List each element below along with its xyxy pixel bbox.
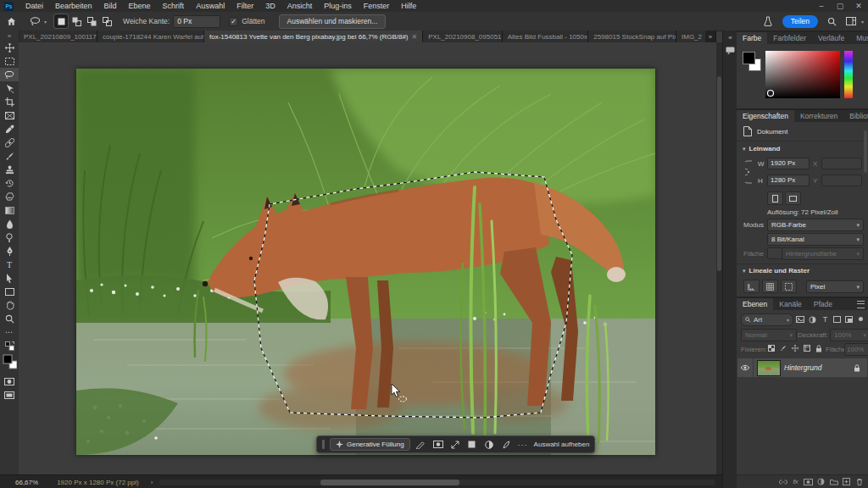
new-layer-icon[interactable] (841, 477, 852, 487)
selection-mode-intersect[interactable] (100, 14, 114, 28)
menu-datei[interactable]: Datei (19, 0, 49, 12)
tool-pen[interactable] (0, 244, 19, 258)
search-icon[interactable] (825, 14, 840, 28)
add-mask-footer-icon[interactable] (803, 477, 814, 487)
tool-dodge[interactable] (0, 230, 19, 244)
tab-farbfelder[interactable]: Farbfelder (767, 32, 812, 44)
selection-mode-subtract[interactable] (85, 14, 98, 28)
document-canvas[interactable] (76, 69, 655, 455)
toolbar-ellipsis-icon[interactable]: ⋯ (0, 325, 19, 339)
units-select[interactable]: Pixel▾ (806, 280, 864, 293)
height-input[interactable]: 1280 Px (767, 175, 810, 186)
feather-input[interactable]: 0 Px (173, 15, 220, 28)
menu-bild[interactable]: Bild (98, 0, 123, 12)
filter-adjustment-layers-icon[interactable] (807, 314, 818, 324)
doc-tab-4[interactable]: PXL_20210908_095051314.jpg ✕ (423, 30, 502, 42)
tool-clone-stamp[interactable] (0, 163, 19, 176)
hue-slider[interactable] (844, 51, 853, 98)
lock-transparency-icon[interactable] (765, 343, 776, 353)
menu-plugins[interactable]: Plug-ins (318, 0, 358, 12)
filter-pixel-layers-icon[interactable] (794, 314, 805, 324)
lock-pixels-icon[interactable] (777, 343, 788, 353)
color-mode-select[interactable]: RGB-Farbe▾ (767, 219, 864, 231)
minimize-button[interactable]: – (812, 0, 831, 12)
tab-ebenen[interactable]: Ebenen (737, 298, 773, 310)
foreground-color-swatch[interactable] (743, 53, 754, 64)
workspace-caret-icon[interactable]: ▾ (861, 19, 864, 25)
tool-type[interactable]: T (0, 258, 19, 271)
doc-tab-1[interactable]: PXL_20210809_100117327.jpg ✕ (19, 30, 97, 42)
link-layers-icon[interactable] (777, 477, 788, 487)
new-adjustment-layer-icon[interactable] (815, 477, 826, 487)
transform-selection-icon[interactable] (449, 439, 461, 450)
guides-toggle-icon[interactable] (781, 280, 797, 293)
tab-kanaele[interactable]: Kanäle (773, 298, 807, 310)
feather-selection-icon[interactable] (500, 439, 512, 450)
expand-panels-icon[interactable]: « (723, 30, 737, 44)
bit-depth-select[interactable]: 8 Bit/Kanal▾ (767, 233, 864, 246)
tool-move[interactable] (0, 41, 19, 54)
taskbar-drag-handle[interactable] (322, 440, 325, 449)
menu-auswahl[interactable]: Auswahl (190, 0, 231, 12)
add-mask-icon[interactable] (432, 439, 444, 450)
y-input[interactable] (821, 175, 862, 186)
workspace-switcher-icon[interactable] (843, 14, 859, 28)
tab-muster[interactable]: Muster (850, 32, 868, 44)
orientation-landscape-button[interactable] (785, 191, 801, 205)
doc-tab-active-fox[interactable]: fox-1540813 Yvette van den Berg pixabay.… (204, 30, 423, 42)
tool-brush[interactable] (0, 149, 19, 163)
default-colors-icon[interactable] (0, 339, 19, 352)
blend-mode-select[interactable]: Normal▾ (741, 329, 797, 341)
orientation-portrait-button[interactable] (767, 191, 783, 205)
lasso-tool-preset-icon[interactable] (27, 14, 42, 28)
menu-filter[interactable]: Filter (231, 0, 259, 12)
menu-schrift[interactable]: Schrift (157, 0, 191, 12)
color-saturation-field[interactable] (765, 51, 840, 98)
menu-3d[interactable]: 3D (259, 0, 281, 12)
new-group-icon[interactable] (828, 477, 839, 487)
layers-panel-menu-icon[interactable] (857, 301, 865, 308)
modify-selection-icon[interactable] (415, 439, 427, 450)
tool-gradient[interactable] (0, 203, 19, 217)
x-input[interactable] (821, 158, 862, 169)
toolbar-collapse-icon[interactable]: » (0, 30, 19, 41)
properties-scrollbar[interactable] (864, 130, 867, 173)
tool-preset-caret-icon[interactable]: ▾ (44, 19, 47, 25)
link-dimensions-icon[interactable] (745, 159, 754, 185)
opacity-select[interactable]: 100%▾ (830, 329, 868, 341)
fill-selection-icon[interactable] (466, 439, 478, 450)
lock-all-icon[interactable] (813, 343, 824, 353)
menu-fenster[interactable]: Fenster (358, 0, 396, 12)
tool-zoom[interactable] (0, 312, 19, 325)
tool-path-selection[interactable] (0, 271, 19, 285)
canvas-horizontal-scrollbar[interactable] (159, 480, 715, 485)
canvas-fill-swatch[interactable] (767, 247, 782, 259)
status-expand-icon[interactable]: › (151, 479, 153, 486)
layer-row-hintergrund[interactable]: Hintergrund (737, 358, 867, 377)
layer-effects-icon[interactable]: fx (790, 477, 801, 487)
maximize-button[interactable]: ▢ (831, 0, 849, 12)
tab-bibliotheken[interactable]: Bibliotheken (843, 110, 868, 122)
screen-mode-icon[interactable] (0, 388, 19, 402)
filter-shape-layers-icon[interactable] (832, 314, 843, 324)
delete-layer-icon[interactable] (854, 477, 865, 487)
tab-eigenschaften[interactable]: Eigenschaften (737, 110, 794, 122)
layer-filter-toggle[interactable] (859, 317, 863, 321)
generative-fill-button[interactable]: Generative Füllung (330, 438, 410, 451)
tab-farbe[interactable]: Farbe (737, 32, 767, 44)
filter-smart-object-icon[interactable] (843, 314, 854, 324)
grid-toggle-icon[interactable] (762, 280, 778, 293)
menu-bearbeiten[interactable]: Bearbeiten (49, 0, 98, 12)
layer-thumbnail[interactable] (758, 361, 780, 375)
close-button[interactable]: ✕ (849, 0, 868, 12)
canvas-vertical-scrollbar[interactable] (716, 42, 722, 474)
menu-hilfe[interactable]: Hilfe (395, 0, 422, 12)
tool-healing-brush[interactable] (0, 136, 19, 149)
tool-marquee[interactable] (0, 54, 19, 68)
invert-selection-icon[interactable] (483, 439, 495, 450)
tool-eyedropper[interactable] (0, 122, 19, 136)
tab-pfade[interactable]: Pfade (808, 298, 838, 310)
doc-tab-6[interactable]: 2598015 StockSnap auf Pixabay.jpg ✕ (588, 30, 676, 42)
tool-hand[interactable] (0, 298, 19, 312)
zoom-level[interactable]: 66,67% (15, 479, 38, 486)
